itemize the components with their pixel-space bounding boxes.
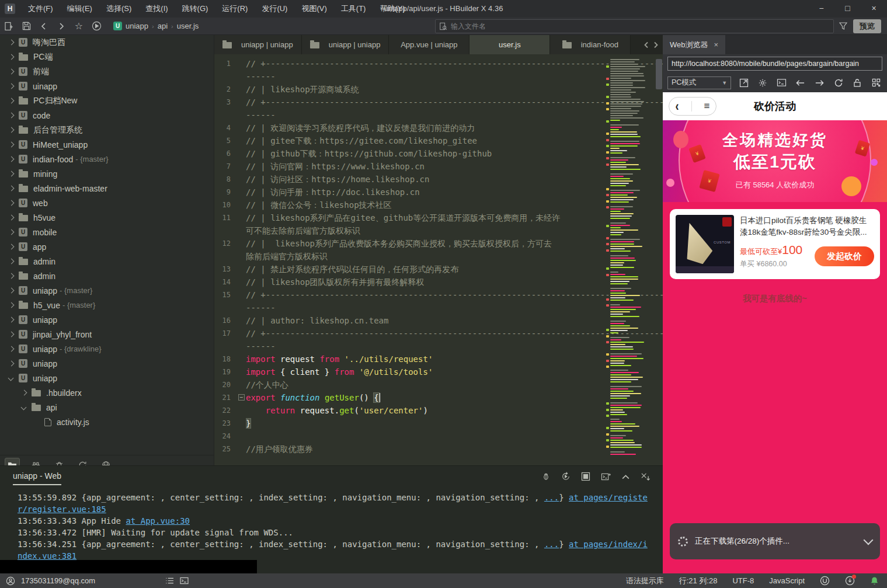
- tree-chevron-icon[interactable]: [8, 273, 14, 279]
- code-line[interactable]: 8// | 访问社区：https://home.likeshop.cn: [214, 173, 663, 186]
- tree-chevron-icon[interactable]: [8, 186, 14, 192]
- tree-chevron-icon[interactable]: [8, 113, 14, 119]
- fold-gutter[interactable]: −: [236, 391, 246, 404]
- tree-item[interactable]: Uindian-food- {master}: [0, 152, 214, 166]
- tree-chevron-icon[interactable]: [21, 390, 27, 396]
- code-line[interactable]: ------: [214, 301, 663, 314]
- tree-chevron-icon[interactable]: [8, 361, 14, 367]
- task-list-icon[interactable]: [165, 577, 174, 584]
- browser-console-icon[interactable]: [775, 76, 788, 89]
- url-input[interactable]: [668, 60, 882, 68]
- clear-console-icon[interactable]: [639, 471, 651, 482]
- code-line[interactable]: 23}: [214, 417, 663, 430]
- fold-collapse-icon[interactable]: −: [238, 394, 245, 401]
- tree-item[interactable]: Umobile: [0, 225, 214, 239]
- favorite-star-icon[interactable]: ☆: [70, 19, 88, 34]
- code-line[interactable]: 16// | author: likeshop.cn.team: [214, 314, 663, 327]
- notification-bell-icon[interactable]: [870, 576, 879, 586]
- open-external-icon[interactable]: [738, 76, 750, 89]
- menu-item[interactable]: 编辑(E): [60, 0, 99, 18]
- save-icon[interactable]: [18, 19, 35, 34]
- collapse-panel-icon[interactable]: [620, 471, 631, 482]
- tree-item[interactable]: Uuniapp: [0, 371, 214, 385]
- user-center-icon[interactable]: [820, 576, 830, 586]
- product-card[interactable]: CUSTOM 日本进口pilot百乐贵客钢笔 硬橡胶生漆18k金笔fkv-88s…: [670, 209, 880, 279]
- tree-item[interactable]: mining: [0, 166, 214, 181]
- file-search-input[interactable]: [451, 22, 833, 30]
- tree-chevron-icon[interactable]: [8, 200, 14, 206]
- tree-chevron-icon[interactable]: [8, 142, 14, 148]
- code-line[interactable]: 7// | 访问官网：https://www.likeshop.cn: [214, 160, 663, 173]
- code-editor[interactable]: uniapp | uniappuniapp | uniappApp.vue | …: [214, 35, 663, 465]
- unlock-icon[interactable]: [851, 76, 863, 89]
- tree-chevron-icon[interactable]: [8, 83, 14, 89]
- console-output[interactable]: 13:55:59.892 {app_agreement: , center_se…: [18, 492, 651, 562]
- cursor-position[interactable]: 行:21 列:28: [679, 576, 718, 586]
- tree-item[interactable]: Uuinapp: [0, 79, 214, 93]
- code-line[interactable]: 可不能去除前后端官方版权标识: [214, 224, 663, 237]
- menu-item[interactable]: 运行(R): [215, 0, 255, 18]
- breadcrumb-project[interactable]: uniapp: [126, 22, 148, 30]
- tree-chevron-icon[interactable]: [8, 69, 14, 75]
- menu-item[interactable]: 跳转(G): [175, 0, 215, 18]
- code-line[interactable]: 22 return request.get('user/center'): [214, 404, 663, 417]
- start-bargain-button[interactable]: 发起砍价: [815, 246, 874, 266]
- menu-item[interactable]: 选择(S): [99, 0, 138, 18]
- tree-item[interactable]: h5_vue- {master}: [0, 298, 214, 312]
- stop-icon[interactable]: [580, 471, 592, 482]
- menu-item[interactable]: 文件(F): [21, 0, 60, 18]
- filter-funnel-icon[interactable]: [839, 22, 847, 32]
- code-line[interactable]: 18import request from '../utils/request': [214, 353, 663, 366]
- code-line[interactable]: 2// | likeshop开源商城系统: [214, 83, 663, 96]
- code-line[interactable]: 21−export function getUser() {: [214, 391, 663, 404]
- editor-scrollbar[interactable]: [655, 54, 663, 465]
- tree-chevron-icon[interactable]: [8, 259, 14, 265]
- code-area[interactable]: 1// +-----------------------------------…: [214, 54, 663, 465]
- tree-item[interactable]: Ujinpai_yhyl_front: [0, 327, 214, 342]
- code-line[interactable]: 9// | 访问手册：http://doc.likeshop.cn: [214, 186, 663, 199]
- editor-tab[interactable]: App.vue | uniapp: [389, 35, 469, 54]
- code-line[interactable]: 除前后端官方版权标识: [214, 250, 663, 263]
- tree-item[interactable]: api: [0, 400, 214, 415]
- browser-back-icon[interactable]: [794, 76, 806, 89]
- code-line[interactable]: 19import { client } from '@/utils/tools': [214, 366, 663, 378]
- tree-chevron-icon[interactable]: [8, 40, 14, 46]
- qrcode-icon[interactable]: [870, 76, 882, 89]
- code-line[interactable]: 25//用户领取优惠券: [214, 443, 663, 455]
- minimap[interactable]: [610, 59, 646, 462]
- tree-item[interactable]: .hbuilderx: [0, 385, 214, 400]
- tree-item[interactable]: UHiMeet_uniapp: [0, 137, 214, 152]
- code-line[interactable]: 6// | github下载：https://github.com/likesh…: [214, 147, 663, 160]
- tree-item[interactable]: Uapp: [0, 239, 214, 254]
- code-line[interactable]: 15// +----------------------------------…: [214, 288, 663, 301]
- account-email[interactable]: 1735031199@qq.com: [21, 576, 95, 585]
- minimize-button[interactable]: −: [808, 0, 834, 18]
- preview-button[interactable]: 预览: [853, 19, 881, 33]
- search-binoculars-icon[interactable]: [28, 458, 43, 466]
- breadcrumb-file[interactable]: user.js: [177, 22, 199, 30]
- browser-refresh-icon[interactable]: [832, 76, 844, 89]
- code-line[interactable]: 1// +-----------------------------------…: [214, 57, 663, 70]
- tree-chevron-icon[interactable]: [8, 54, 14, 60]
- terminal-icon[interactable]: [180, 577, 189, 584]
- code-line[interactable]: 12// | likeshop系列产品收费版本务必购买商业授权，购买去版权授权后…: [214, 237, 663, 250]
- tree-item[interactable]: Uuniapp- {master}: [0, 283, 214, 298]
- tree-item[interactable]: Uuniapp: [0, 356, 214, 371]
- code-line[interactable]: 11// | likeshop系列产品在gitee、github等公开渠道开源版…: [214, 211, 663, 224]
- update-download-icon[interactable]: [845, 576, 855, 586]
- tree-chevron-icon[interactable]: [8, 215, 14, 221]
- debug-icon[interactable]: [540, 471, 552, 482]
- tree-chevron-icon[interactable]: [34, 419, 40, 425]
- tree-item[interactable]: eladmin-web-master: [0, 181, 214, 196]
- tabs-scroll-right-icon[interactable]: [652, 41, 659, 48]
- debug-bug-icon[interactable]: [51, 458, 67, 466]
- encoding-label[interactable]: UTF-8: [732, 576, 754, 585]
- menu-item[interactable]: 工具(T): [334, 0, 373, 18]
- tree-item[interactable]: 后台管理系统: [0, 123, 214, 137]
- browser-tab-close-icon[interactable]: ×: [714, 40, 719, 49]
- code-line[interactable]: 20//个人中心: [214, 378, 663, 391]
- tree-item[interactable]: Ucode: [0, 108, 214, 123]
- console-link[interactable]: ...: [544, 540, 559, 549]
- scrollbar-thumb[interactable]: [656, 59, 662, 89]
- code-line[interactable]: ------: [214, 70, 663, 83]
